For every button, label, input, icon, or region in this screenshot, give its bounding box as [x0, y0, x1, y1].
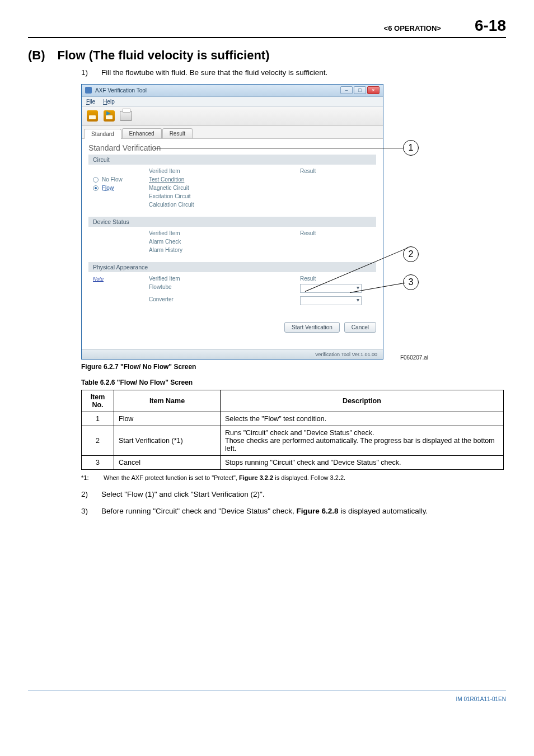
radio-flow[interactable]: Flow — [93, 185, 149, 191]
step-3: 3) Before running "Circuit" check and "D… — [81, 506, 506, 517]
document-id: IM 01R01A11-01EN — [456, 696, 507, 702]
item-flowtube: Flowtube — [149, 284, 261, 294]
group-circuit-header: Circuit — [88, 155, 376, 165]
leader-1 — [154, 148, 403, 148]
figure-caption: Figure 6.2.7 "Flow/ No Flow" Screen — [81, 363, 506, 371]
th-item-no: Item No. — [82, 390, 114, 412]
close-button[interactable]: × — [367, 86, 380, 94]
cell-desc: Stops running "Circuit" check and "Devic… — [221, 456, 504, 470]
version-text: Verification Tool Ver.1.01.00 — [315, 352, 377, 357]
callout-1: 1 — [403, 140, 419, 156]
figure-file-label: F060207.ai — [400, 354, 428, 361]
step-text: Fill the flowtube with fluid. Be sure th… — [101, 67, 506, 78]
item-calculation-circuit: Calculation Circuit — [149, 202, 261, 208]
cell-desc: Selects the "Flow" test condition. — [221, 412, 504, 426]
footnote: *1: When the AXF protect function is set… — [81, 474, 506, 481]
maximize-button[interactable]: □ — [354, 86, 366, 94]
app-icon — [85, 87, 92, 94]
item-converter: Converter — [149, 296, 261, 306]
step-2: 2) Select "Flow (1)" and click "Start Ve… — [81, 489, 506, 500]
cell-no: 2 — [82, 426, 114, 456]
window-title: AXF Verification Tool — [95, 87, 147, 94]
item-test-condition: Test Condition — [149, 176, 261, 183]
item-alarm-check: Alarm Check — [149, 239, 261, 245]
cell-name: Cancel — [114, 456, 221, 470]
tab-standard[interactable]: Standard — [84, 129, 121, 139]
group-device-status-header: Device Status — [88, 217, 376, 227]
section-letter: (B) — [28, 48, 45, 63]
app-window: AXF Verification Tool – □ × File Help — [81, 84, 383, 360]
note-link[interactable]: Note — [93, 276, 104, 282]
menu-file[interactable]: File — [86, 99, 95, 105]
menu-help[interactable]: Help — [103, 99, 115, 105]
step-1: 1) Fill the flowtube with fluid. Be sure… — [81, 67, 506, 78]
table-row: 1 Flow Selects the "Flow" test condition… — [82, 412, 504, 426]
col-verified-item: Verified Item — [149, 276, 261, 282]
col-verified-item: Verified Item — [149, 230, 261, 236]
tab-enhanced[interactable]: Enhanced — [122, 128, 162, 138]
toolbar — [82, 107, 383, 126]
minimize-button[interactable]: – — [340, 86, 353, 94]
start-verification-button[interactable]: Start Verification — [284, 322, 340, 333]
section-heading: Flow (The fluid velocity is sufficient) — [58, 48, 270, 63]
table-title: Table 6.2.6 "Flow/ No Flow" Screen — [81, 379, 506, 386]
col-verified-item: Verified Item — [149, 168, 261, 174]
cell-no: 3 — [82, 456, 114, 470]
description-table: Item No. Item Name Description 1 Flow Se… — [81, 390, 504, 470]
save-icon[interactable] — [102, 109, 116, 123]
item-excitation-circuit: Excitation Circuit — [149, 193, 261, 199]
table-row: 2 Start Verification (*1) Runs "Circuit"… — [82, 426, 504, 456]
step-text: Select "Flow (1)" and click "Start Verif… — [101, 489, 506, 500]
standard-panel: Standard Verification Circuit Verified I… — [82, 139, 383, 318]
item-alarm-history: Alarm History — [149, 247, 261, 253]
cell-desc: Runs "Circuit" check and "Device Status"… — [221, 426, 504, 456]
cancel-button[interactable]: Cancel — [344, 322, 376, 333]
step-text: Before running "Circuit" check and "Devi… — [101, 506, 506, 517]
radio-no-flow[interactable]: No Flow — [93, 176, 149, 183]
tab-bar: Standard Enhanced Result — [82, 126, 383, 139]
col-result: Result — [261, 230, 372, 236]
titlebar: AXF Verification Tool – □ × — [82, 85, 383, 97]
step-number: 2) — [81, 489, 93, 500]
item-magnetic-circuit: Magnetic Circuit — [149, 185, 261, 191]
print-icon[interactable] — [119, 109, 133, 123]
converter-select[interactable] — [300, 296, 362, 305]
th-item-name: Item Name — [114, 390, 221, 412]
step-number: 1) — [81, 67, 93, 78]
status-bar: Verification Tool Ver.1.01.00 — [82, 349, 383, 359]
step-number: 3) — [81, 506, 93, 517]
footnote-text: When the AXF protect function is set to … — [104, 474, 345, 481]
button-row: Start Verification Cancel — [82, 318, 383, 349]
th-description: Description — [221, 390, 504, 412]
tab-result[interactable]: Result — [162, 128, 193, 138]
group-physical-header: Physical Appearance — [88, 262, 376, 272]
header-section: <6 OPERATION> — [384, 24, 441, 32]
col-result: Result — [261, 276, 372, 282]
header-page-number: 6-18 — [475, 17, 506, 35]
open-icon[interactable] — [85, 109, 100, 123]
callout-3: 3 — [403, 274, 419, 290]
cell-no: 1 — [82, 412, 114, 426]
cell-name: Start Verification (*1) — [114, 426, 221, 456]
menubar: File Help — [82, 97, 383, 107]
figure-screenshot: AXF Verification Tool – □ × File Help — [81, 84, 451, 360]
footnote-key: *1: — [81, 474, 95, 481]
table-row: 3 Cancel Stops running "Circuit" check a… — [82, 456, 504, 470]
col-result: Result — [261, 168, 372, 174]
footer-rule — [28, 690, 506, 691]
cell-name: Flow — [114, 412, 221, 426]
